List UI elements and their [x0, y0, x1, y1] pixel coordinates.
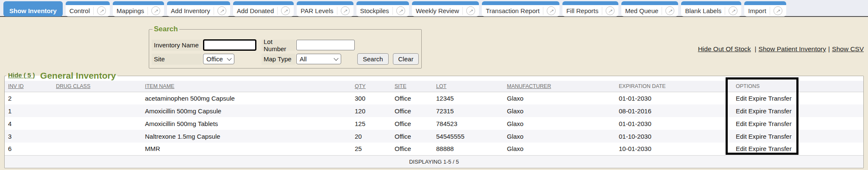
expire-link[interactable]: Expire	[748, 133, 767, 140]
tab-cap	[356, 1, 409, 5]
cell-options: EditExpireTransfer	[732, 130, 795, 143]
general-inventory-title: General Inventory	[40, 71, 116, 80]
open-new-window-icon[interactable]: ↗	[396, 6, 405, 15]
link-separator: |	[755, 45, 757, 52]
open-new-window-icon[interactable]: ↗	[773, 6, 782, 15]
tab-label: Add Inventory	[171, 7, 210, 14]
arrow-up-right-glyph: ↗	[776, 8, 780, 14]
expire-link[interactable]: Expire	[748, 145, 767, 152]
open-new-window-icon[interactable]: ↗	[547, 6, 556, 15]
tab-blank-labels[interactable]: Blank Labels ↗	[681, 1, 741, 16]
open-new-window-icon[interactable]: ↗	[729, 6, 737, 15]
open-new-window-icon[interactable]: ↗	[217, 6, 226, 15]
open-new-window-icon[interactable]: ↗	[151, 6, 160, 15]
tab-control[interactable]: Control ↗	[66, 1, 110, 16]
lot-number-label: Lot Number	[262, 40, 295, 51]
tab-cap	[3, 1, 63, 5]
tab-transaction-report[interactable]: Transaction Report ↗	[482, 1, 559, 16]
map-type-select[interactable]: All	[296, 54, 341, 64]
tab-weekly-review[interactable]: Weekly Review ↗	[412, 1, 479, 16]
tab-divider	[662, 7, 662, 15]
transfer-link[interactable]: Transfer	[768, 133, 791, 140]
clear-button[interactable]: Clear	[393, 53, 419, 65]
tab-label: PAR Levels	[300, 7, 333, 14]
column-header-drug-class[interactable]: DRUG CLASS	[53, 81, 142, 92]
chevron-down-icon	[334, 56, 338, 60]
open-new-window-icon[interactable]: ↗	[466, 6, 475, 15]
table-row: 4 Amoxicillin 500mg Tablets 125 Office 7…	[5, 117, 863, 130]
hide-out-of-stock-link[interactable]: Hide Out Of Stock	[698, 45, 751, 52]
cell-site: Office	[391, 143, 433, 155]
tab-add-donated[interactable]: Add Donated ↗	[233, 1, 294, 16]
cell-options: EditExpireTransfer	[732, 117, 795, 130]
cell-lot: 88888	[433, 143, 504, 155]
tab-add-inventory[interactable]: Add Inventory ↗	[167, 1, 230, 16]
lot-number-input[interactable]	[296, 40, 355, 50]
arrow-up-right-glyph: ↗	[608, 8, 612, 14]
table-row: 2 acetaminophen 500mg Capsule 300 Office…	[5, 92, 863, 104]
tab-par-levels[interactable]: PAR Levels ↗	[297, 1, 353, 16]
tab-cap	[233, 1, 294, 5]
show-csv-link[interactable]: Show CSV	[832, 45, 864, 52]
cell-options: EditExpireTransfer	[732, 92, 795, 104]
expire-link[interactable]: Expire	[748, 120, 767, 127]
edit-link[interactable]: Edit	[736, 133, 747, 140]
transfer-link[interactable]: Transfer	[768, 145, 791, 152]
transfer-link[interactable]: Transfer	[768, 107, 791, 115]
tab-import[interactable]: Import ↗	[744, 1, 786, 16]
tab-cap	[412, 1, 479, 5]
arrow-up-right-glyph: ↗	[549, 8, 554, 14]
column-header-qty[interactable]: QTY	[351, 81, 391, 92]
open-new-window-icon[interactable]: ↗	[97, 6, 106, 15]
arrow-up-right-glyph: ↗	[398, 8, 403, 14]
edit-link[interactable]: Edit	[736, 120, 747, 127]
expire-link[interactable]: Expire	[748, 95, 767, 102]
search-row-2: Site Office Map Type All Search Clear	[152, 53, 419, 65]
expire-link[interactable]: Expire	[748, 107, 767, 115]
cell-lot: 72315	[433, 104, 504, 117]
tab-stockpiles[interactable]: Stockpiles ↗	[356, 1, 409, 16]
column-header-item-name[interactable]: ITEM NAME	[142, 81, 351, 92]
open-new-window-icon[interactable]: ↗	[665, 6, 674, 15]
tab-divider	[770, 7, 770, 15]
cell-filler	[795, 104, 863, 117]
tab-bar: Show Inventory Control ↗ Mappings ↗ Add …	[0, 0, 868, 17]
cell-filler	[795, 92, 863, 104]
tab-med-queue[interactable]: Med Queue ↗	[621, 1, 678, 16]
transfer-link[interactable]: Transfer	[768, 120, 791, 127]
table-row: 3 Naltrexone 1.5mg Capsule 20 Office 545…	[5, 130, 863, 143]
column-header-lot[interactable]: LOT	[433, 81, 504, 92]
transfer-link[interactable]: Transfer	[768, 95, 791, 102]
arrow-up-right-glyph: ↗	[343, 8, 347, 14]
open-new-window-icon[interactable]: ↗	[606, 6, 615, 15]
column-header-inv-id[interactable]: INV ID	[5, 81, 53, 92]
open-new-window-icon[interactable]: ↗	[341, 6, 350, 15]
tab-mappings[interactable]: Mappings ↗	[113, 1, 164, 16]
site-label: Site	[152, 54, 202, 65]
arrow-up-right-glyph: ↗	[668, 8, 672, 14]
tab-divider	[147, 7, 148, 15]
search-button[interactable]: Search	[357, 53, 389, 65]
edit-link[interactable]: Edit	[736, 95, 747, 102]
table-footer-row: DISPLAYING 1-5 / 5	[5, 155, 863, 168]
paging-status: DISPLAYING 1-5 / 5	[5, 155, 863, 168]
tab-label: Import	[748, 7, 766, 14]
column-header-manufacturer[interactable]: MANUFACTURER	[504, 81, 615, 92]
column-header-site[interactable]: SITE	[391, 81, 433, 92]
cell-expiration-date: 01-01-2030	[615, 117, 732, 130]
site-select[interactable]: Office	[203, 54, 234, 64]
inventory-name-input[interactable]	[203, 39, 256, 51]
tab-label: Control	[70, 7, 90, 14]
edit-link[interactable]: Edit	[736, 107, 747, 115]
tab-divider	[337, 7, 337, 15]
arrow-up-right-glyph: ↗	[154, 8, 158, 14]
open-new-window-icon[interactable]: ↗	[281, 6, 290, 15]
tab-show-inventory[interactable]: Show Inventory	[3, 1, 63, 16]
column-header-expiration-date: EXPIRATION DATE	[615, 81, 732, 92]
tab-fill-reports[interactable]: Fill Reports ↗	[562, 1, 618, 16]
show-patient-inventory-link[interactable]: Show Patient Inventory	[759, 45, 826, 52]
tab-divider	[392, 7, 393, 15]
edit-link[interactable]: Edit	[736, 145, 747, 152]
cell-inv-id: 6	[5, 143, 53, 155]
hide-count-link[interactable]: Hide ( 5 )	[8, 71, 35, 79]
